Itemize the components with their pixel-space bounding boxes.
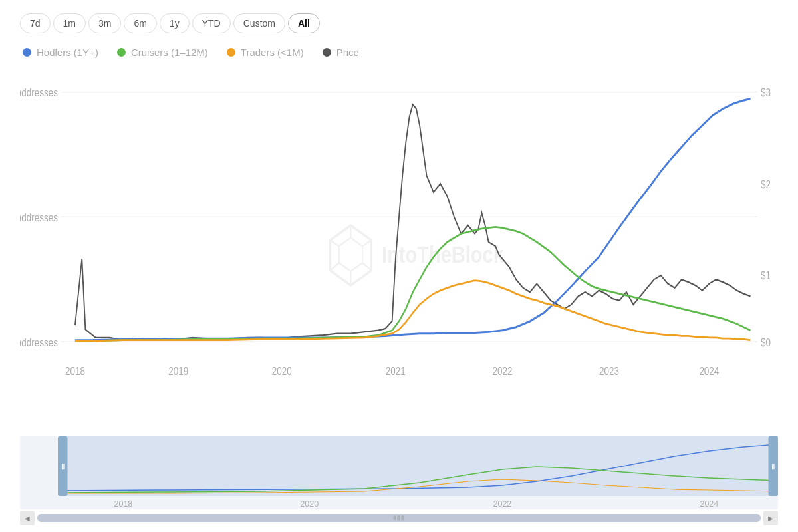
traders-line <box>75 281 751 341</box>
svg-line-24 <box>330 263 338 270</box>
time-filter-btn-1y[interactable]: 1y <box>160 13 190 33</box>
legend-item-cruisers: Cruisers (1–12M) <box>117 47 208 58</box>
hodlers-line <box>75 99 751 340</box>
svg-text:2022: 2022 <box>493 499 512 509</box>
scrollbar-thumb[interactable]: ⦀⦀⦀ <box>37 514 761 522</box>
svg-text:$0: $0 <box>761 336 771 348</box>
main-chart-area: 4M addresses 2M addresses 0 addresses $3… <box>20 67 778 434</box>
legend-dot-price <box>323 48 331 57</box>
svg-text:$2: $2 <box>761 178 771 190</box>
chart-wrapper: 4M addresses 2M addresses 0 addresses $3… <box>20 67 778 525</box>
navigator-svg: ⦀ ⦀ 2018 2020 2022 2024 <box>20 436 778 509</box>
svg-text:2024: 2024 <box>700 499 719 509</box>
legend-dot-traders <box>227 48 235 57</box>
legend-item-traders: Traders (<1M) <box>227 47 304 58</box>
svg-text:2024: 2024 <box>699 365 719 378</box>
svg-text:2020: 2020 <box>272 365 292 378</box>
scroll-handle-icon: ⦀⦀⦀ <box>393 514 405 522</box>
scrollbar[interactable]: ◀ ⦀⦀⦀ ▶ <box>20 511 778 525</box>
time-filter-btn-7d[interactable]: 7d <box>20 13 51 33</box>
svg-line-23 <box>330 240 338 246</box>
svg-line-21 <box>362 240 371 246</box>
scroll-right-btn[interactable]: ▶ <box>763 511 778 525</box>
legend-dot-cruisers <box>117 48 126 57</box>
legend-dot-hodlers <box>23 48 31 57</box>
time-filter-btn-custom[interactable]: Custom <box>233 13 285 33</box>
legend-item-price: Price <box>323 47 359 58</box>
time-filter-btn-3m[interactable]: 3m <box>88 13 121 33</box>
price-line <box>75 104 751 340</box>
svg-text:2023: 2023 <box>599 365 619 378</box>
time-filter-btn-1m[interactable]: 1m <box>53 13 86 33</box>
scroll-left-btn[interactable]: ◀ <box>20 511 35 525</box>
legend-label-hodlers: Hodlers (1Y+) <box>37 47 98 58</box>
svg-text:2019: 2019 <box>168 365 188 378</box>
svg-text:2020: 2020 <box>300 499 319 509</box>
legend-label-cruisers: Cruisers (1–12M) <box>131 47 208 58</box>
legend-label-traders: Traders (<1M) <box>241 47 304 58</box>
legend-label-price: Price <box>336 47 359 58</box>
svg-marker-18 <box>339 238 362 271</box>
svg-text:⦀: ⦀ <box>61 462 65 471</box>
time-filter-btn-6m[interactable]: 6m <box>124 13 156 33</box>
svg-text:2018: 2018 <box>114 499 133 509</box>
svg-text:2021: 2021 <box>386 365 406 378</box>
time-filter-bar: 7d1m3m6m1yYTDCustomAll <box>20 13 778 33</box>
main-container: 7d1m3m6m1yYTDCustomAll Hodlers (1Y+)Crui… <box>0 0 798 532</box>
svg-text:4M addresses: 4M addresses <box>20 86 58 99</box>
time-filter-btn-all[interactable]: All <box>288 13 320 33</box>
svg-text:0 addresses: 0 addresses <box>20 336 58 348</box>
main-chart-svg: 4M addresses 2M addresses 0 addresses $3… <box>20 67 778 434</box>
svg-text:2018: 2018 <box>65 365 85 378</box>
svg-text:2022: 2022 <box>492 365 512 378</box>
scrollbar-track[interactable]: ⦀⦀⦀ <box>37 514 761 522</box>
navigator[interactable]: ⦀ ⦀ 2018 2020 2022 2024 <box>20 436 778 509</box>
svg-text:$3: $3 <box>761 86 771 99</box>
svg-text:2M addresses: 2M addresses <box>20 211 58 223</box>
svg-text:⦀: ⦀ <box>771 462 775 471</box>
legend-item-hodlers: Hodlers (1Y+) <box>23 47 98 58</box>
time-filter-btn-ytd[interactable]: YTD <box>192 13 231 33</box>
chart-legend: Hodlers (1Y+)Cruisers (1–12M)Traders (<1… <box>20 47 778 58</box>
svg-text:$1: $1 <box>761 269 771 282</box>
svg-line-22 <box>362 263 371 270</box>
